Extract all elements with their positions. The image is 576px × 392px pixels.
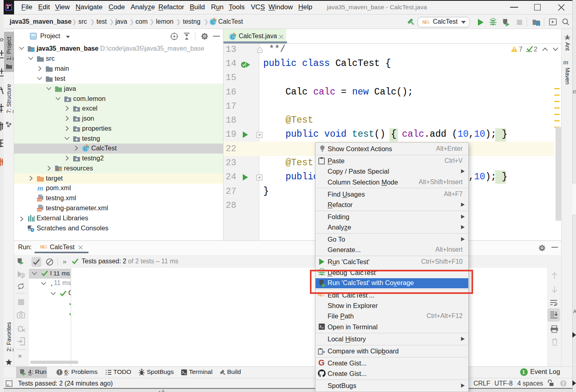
svg-text:G: G <box>318 359 325 367</box>
svg-text:G: G <box>426 20 430 25</box>
svg-text:9: 9 <box>21 273 24 278</box>
svg-text:N: N <box>422 20 426 25</box>
